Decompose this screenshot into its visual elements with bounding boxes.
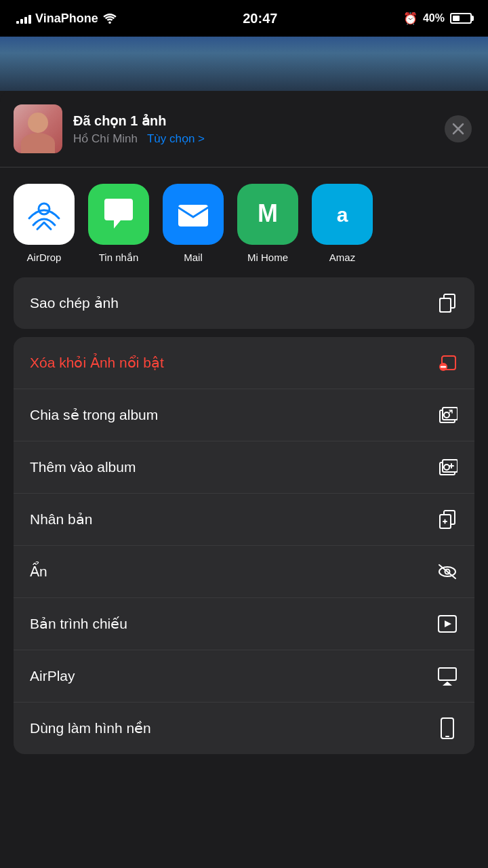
svg-rect-22 [441,718,453,738]
duplicate-label: Nhân bản [30,511,92,528]
svg-rect-23 [445,736,449,737]
share-info: Đã chọn 1 ảnh Hồ Chí Minh Tùy chọn > [73,113,445,146]
svg-rect-21 [439,668,456,680]
amazon-icon: a [323,195,362,234]
svg-text:M: M [258,199,278,227]
copy-photo-label: Sao chép ảnh [30,295,119,311]
mail-icon-wrapper [163,184,224,245]
copy-photo-group: Sao chép ảnh [14,277,474,329]
svg-point-1 [39,203,49,214]
messages-icon [99,195,138,234]
share-thumbnail [14,104,62,153]
share-album-icon [436,404,458,426]
add-album-icon [436,456,458,478]
app-mihome[interactable]: M Mi Home [237,184,298,263]
carrier-label: VinaPhone [35,12,98,26]
mihome-icon: M [248,195,287,234]
wallpaper-icon [436,717,458,739]
signal-bar-3 [24,17,27,24]
close-icon [452,123,464,135]
background-blur [0,37,488,91]
share-title: Đã chọn 1 ảnh [73,113,445,129]
close-button[interactable] [445,115,472,142]
svg-rect-2 [178,205,208,226]
action-list: Sao chép ảnh Xóa khỏi Ảnh nổi bật [0,277,488,754]
mail-label: Mail [184,252,203,263]
share-sheet: Đã chọn 1 ảnh Hồ Chí Minh Tùy chọn > [0,91,488,781]
copy-photo-item[interactable]: Sao chép ảnh [14,277,474,329]
remove-featured-item[interactable]: Xóa khỏi Ảnh nổi bật [14,337,474,389]
battery-text: 40% [423,12,445,24]
app-messages[interactable]: Tin nhắn [88,184,149,264]
remove-featured-label: Xóa khỏi Ảnh nổi bật [30,355,164,371]
share-album-label: Chia sẻ trong album [30,407,158,423]
airplay-item[interactable]: AirPlay [14,650,474,703]
svg-point-0 [108,21,111,24]
amazon-label: Amaz [329,252,355,263]
share-album-item[interactable]: Chia sẻ trong album [14,389,474,441]
mail-icon [173,194,214,235]
duplicate-icon [436,509,458,530]
alarm-icon: ⏰ [403,12,418,26]
copy-photo-icon [436,292,458,314]
status-right: ⏰ 40% [403,12,472,26]
app-mail[interactable]: Mail [163,184,224,263]
app-airdrop[interactable]: AirDrop [14,184,75,263]
hide-label: Ẩn [30,564,47,580]
hide-item[interactable]: Ẩn [14,546,474,598]
svg-text:a: a [337,203,348,226]
share-header: Đã chọn 1 ảnh Hồ Chí Minh Tùy chọn > [0,91,488,167]
multi-action-group: Xóa khỏi Ảnh nổi bật Chia sẻ trong album [14,337,474,754]
slideshow-label: Bản trình chiếu [30,616,127,632]
amazon-icon-wrapper: a [312,184,373,245]
messages-label: Tin nhắn [99,252,138,264]
messages-icon-wrapper [88,184,149,245]
wallpaper-item[interactable]: Dùng làm hình nền [14,703,474,754]
app-icons-row: AirDrop Tin nhắn Mail [0,167,488,277]
hide-icon [436,561,458,583]
airdrop-icon-wrapper [14,184,75,245]
airplay-icon [436,665,458,687]
wallpaper-label: Dùng làm hình nền [30,720,151,736]
duplicate-item[interactable]: Nhân bản [14,494,474,546]
signal-bar-1 [16,21,19,24]
share-location: Hồ Chí Minh [73,132,138,145]
signal-bar-4 [28,15,31,24]
app-amazon[interactable]: a Amaz [312,184,373,263]
share-subtitle: Hồ Chí Minh Tùy chọn > [73,132,445,146]
slideshow-icon [436,613,458,635]
status-time: 20:47 [243,11,277,26]
signal-bar-2 [20,19,23,24]
add-album-item[interactable]: Thêm vào album [14,441,474,494]
status-bar: VinaPhone 20:47 ⏰ 40% [0,0,488,37]
remove-featured-icon [436,352,458,374]
slideshow-item[interactable]: Bản trình chiếu [14,598,474,650]
face-circle [28,113,48,133]
mihome-label: Mi Home [247,252,288,263]
face-body [21,133,55,153]
svg-rect-6 [440,298,451,312]
status-left: VinaPhone [16,12,117,26]
add-album-label: Thêm vào album [30,459,136,475]
wifi-icon [102,13,117,24]
airdrop-icon [24,194,64,235]
signal-bars [16,13,31,24]
share-options[interactable]: Tùy chọn > [147,132,205,145]
airplay-label: AirPlay [30,668,75,684]
battery-fill [453,16,460,21]
battery-icon [450,13,472,24]
airdrop-label: AirDrop [27,252,62,263]
mihome-icon-wrapper: M [237,184,298,245]
